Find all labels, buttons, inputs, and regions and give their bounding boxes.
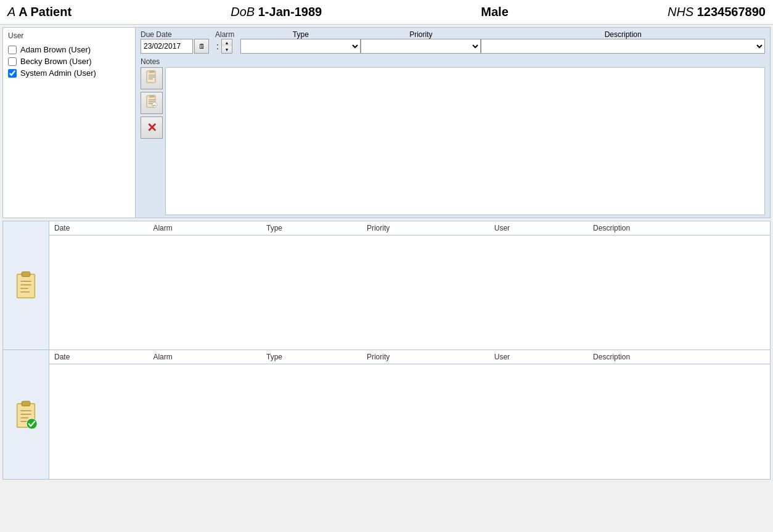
- col-type-2: Type: [261, 350, 362, 364]
- col-desc-1: Description: [588, 221, 770, 235]
- right-panel: Due Date 🗓 Alarm : ▲ ▼: [136, 28, 770, 218]
- col-date-2: Date: [49, 350, 148, 364]
- user-item-admin: System Admin (User): [6, 67, 133, 79]
- svg-rect-1: [149, 70, 154, 73]
- user-name-becky: Becky Brown (User): [20, 57, 92, 66]
- description-label: Description: [481, 30, 765, 39]
- type-label: Type: [240, 30, 361, 39]
- table1-content: Date Alarm Type Priority User Descriptio…: [49, 221, 770, 350]
- description-select[interactable]: [481, 39, 765, 54]
- edit-note-icon: [145, 95, 158, 112]
- col-user-1: User: [489, 221, 588, 235]
- main-container: A A Patient DoB 1-Jan-1989 Male NHS 1234…: [0, 0, 773, 532]
- table2-content: Date Alarm Type Priority User Descriptio…: [49, 350, 770, 479]
- table1: Date Alarm Type Priority User Descriptio…: [49, 221, 770, 235]
- notes-textarea[interactable]: [165, 67, 765, 215]
- col-alarm-2: Alarm: [148, 350, 261, 364]
- svg-point-24: [27, 418, 37, 428]
- notes-with-buttons: ✕: [141, 67, 765, 215]
- svg-rect-19: [22, 401, 30, 406]
- calendar-button[interactable]: 🗓: [194, 39, 209, 54]
- user-checkbox-admin[interactable]: [8, 69, 17, 78]
- patient-dob: DoB 1-Jan-1989: [231, 5, 322, 19]
- time-colon: :: [215, 41, 220, 51]
- col-priority-2: Priority: [362, 350, 489, 364]
- user-label: User: [6, 30, 133, 41]
- table2: Date Alarm Type Priority User Descriptio…: [49, 350, 770, 364]
- user-item-adam: Adam Brown (User): [6, 44, 133, 55]
- clipboard-icon-1: [14, 271, 38, 300]
- svg-rect-13: [22, 272, 30, 277]
- user-name-admin: System Admin (User): [20, 68, 96, 78]
- col-user-2: User: [489, 350, 588, 364]
- notes-label: Notes: [141, 57, 765, 66]
- notes-buttons: ✕: [141, 67, 163, 215]
- new-note-icon: [145, 70, 158, 87]
- type-select[interactable]: [240, 39, 361, 54]
- user-item-becky: Becky Brown (User): [6, 55, 133, 67]
- patient-header: A A Patient DoB 1-Jan-1989 Male NHS 1234…: [0, 0, 773, 25]
- patient-gender: Male: [481, 5, 508, 19]
- table1-icon-col: [3, 221, 49, 350]
- edit-note-button[interactable]: [141, 92, 163, 114]
- due-date-label: Due Date: [141, 30, 209, 39]
- col-alarm-1: Alarm: [148, 221, 261, 235]
- dropdowns-block: Type Priority Description: [240, 30, 765, 54]
- due-date-block: Due Date 🗓: [141, 30, 209, 54]
- col-date-1: Date: [49, 221, 148, 235]
- time-spinner[interactable]: ▲ ▼: [221, 39, 232, 54]
- table-block-2: Date Alarm Type Priority User Descriptio…: [2, 350, 771, 480]
- col-desc-2: Description: [588, 350, 770, 364]
- svg-rect-6: [149, 95, 154, 97]
- user-checkbox-becky[interactable]: [8, 57, 17, 66]
- due-date-input[interactable]: [141, 39, 193, 54]
- user-panel: User Adam Brown (User) Becky Brown (User…: [3, 28, 136, 218]
- clipboard-check-icon: [14, 400, 38, 430]
- calendar-icon: 🗓: [198, 43, 205, 50]
- tables-section: Date Alarm Type Priority User Descriptio…: [2, 221, 771, 530]
- spinner-down[interactable]: ▼: [222, 46, 232, 53]
- user-checkbox-adam[interactable]: [8, 46, 17, 54]
- priority-label: Priority: [361, 30, 481, 39]
- spinner-up[interactable]: ▲: [222, 39, 232, 46]
- alarm-block: Alarm : ▲ ▼: [215, 30, 234, 54]
- delete-note-button[interactable]: ✕: [141, 117, 163, 139]
- col-priority-1: Priority: [362, 221, 489, 235]
- svg-rect-12: [17, 274, 35, 298]
- table2-icon-col: [3, 350, 49, 479]
- delete-note-icon: ✕: [147, 120, 157, 135]
- patient-name: A A Patient: [7, 5, 72, 19]
- notes-section: Notes: [141, 57, 765, 215]
- table-block-1: Date Alarm Type Priority User Descriptio…: [2, 221, 771, 350]
- new-note-button[interactable]: [141, 67, 163, 89]
- alarm-label: Alarm: [215, 30, 234, 39]
- col-type-1: Type: [261, 221, 362, 235]
- patient-nhs: NHS 1234567890: [668, 5, 766, 19]
- user-name-adam: Adam Brown (User): [20, 45, 91, 54]
- top-section: User Adam Brown (User) Becky Brown (User…: [2, 27, 771, 218]
- priority-select[interactable]: [361, 39, 481, 54]
